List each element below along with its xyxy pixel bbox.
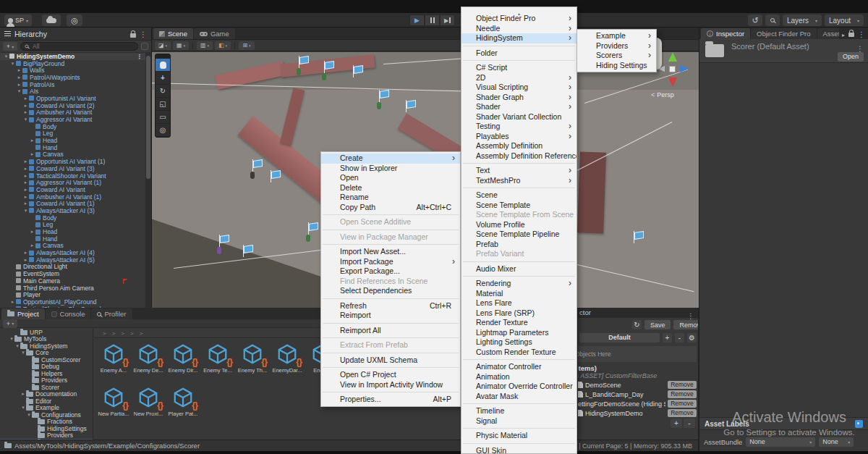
gizmo-center-cube[interactable] <box>669 66 676 72</box>
menu-item[interactable]: Rendering <box>461 279 576 289</box>
menu-item[interactable]: Animator Override Controller <box>461 382 576 392</box>
expand-arrow[interactable] <box>22 250 29 256</box>
expand-arrow[interactable] <box>14 343 20 349</box>
menu-scroll-up[interactable] <box>461 9 576 14</box>
menu-item[interactable]: Needle <box>461 24 576 34</box>
menu-item[interactable]: Shader Variant Collection <box>461 112 576 122</box>
status-path-block[interactable]: Assets/MyTools/HidingSystem/Example/Conf… <box>4 442 200 450</box>
hierarchy-item[interactable]: OpportunistAI_PlayGround <box>0 298 145 306</box>
hierarchy-item[interactable]: AlwaysAttacker AI (4) <box>0 249 145 256</box>
cloud-button[interactable] <box>42 14 61 26</box>
menu-item[interactable]: Testing <box>461 122 576 132</box>
hierarchy-item[interactable]: Canvas <box>0 243 145 250</box>
expand-arrow[interactable] <box>22 187 29 193</box>
hierarchy-item[interactable]: Coward AI Variant (1) <box>0 200 145 207</box>
effects-dropdown[interactable]: ◧▾ <box>215 41 231 50</box>
remove-button[interactable]: Remove <box>668 409 697 417</box>
tab-scene[interactable]: Scene <box>153 28 193 39</box>
kebab-icon[interactable] <box>858 28 865 40</box>
hierarchy-item[interactable]: Aggressor AI Variant <box>0 116 145 123</box>
move-tool-button[interactable]: + <box>156 72 170 85</box>
hierarchy-item[interactable]: Leg <box>0 130 145 138</box>
asset-item[interactable]: {} Enemy Te... <box>204 343 231 374</box>
menu-item[interactable]: Reimport <box>321 311 460 321</box>
hierarchy-scrollbar[interactable] <box>145 53 151 308</box>
tab-game[interactable]: Game <box>194 28 235 39</box>
search-field[interactable] <box>20 42 138 51</box>
hierarchy-item[interactable]: PatrolAIWaypoints <box>0 74 145 81</box>
menu-item[interactable]: Shader <box>461 102 576 112</box>
expand-arrow[interactable] <box>22 257 29 263</box>
rect-tool-button[interactable]: ▭ <box>156 111 170 124</box>
assetbundle-dropdown[interactable]: None ▾ <box>746 437 815 447</box>
add-button[interactable]: + <box>671 419 682 428</box>
finder-list-item[interactable]: L_BanditCamp_Day Remove <box>578 390 697 399</box>
project-tree-item[interactable]: Core <box>0 350 93 357</box>
assetbundle-variant-dropdown[interactable]: None ▾ <box>819 437 854 447</box>
hierarchy-item[interactable]: Aggressor AI Variant (1) <box>0 179 145 186</box>
hierarchy-item[interactable]: AlwaysAttacker AI (3) <box>0 207 145 214</box>
hierarchy-item[interactable]: Ambusher AI Variant <box>0 109 145 117</box>
expand-arrow[interactable] <box>26 412 32 418</box>
more-tabs-icon[interactable] <box>842 28 845 40</box>
kebab-icon[interactable] <box>140 30 147 38</box>
menu-item[interactable]: Timeline <box>461 406 576 416</box>
menu-item[interactable]: Providers <box>577 41 656 51</box>
menu-item[interactable]: Rename <box>321 193 460 203</box>
menu-item[interactable]: Folder <box>461 49 576 59</box>
pause-button[interactable] <box>425 14 440 26</box>
rotate-tool-button[interactable]: ↻ <box>156 85 170 98</box>
transform-tool-button[interactable]: ◎ <box>156 124 170 137</box>
menu-item[interactable]: Select Dependencies <box>321 286 460 296</box>
hierarchy-item[interactable]: Coward AI Variant <box>0 186 145 193</box>
hierarchy-item[interactable]: AIs <box>0 88 145 95</box>
gizmo-z-axis[interactable] <box>680 65 689 72</box>
expand-arrow[interactable] <box>29 229 35 235</box>
project-tree-item[interactable]: Fractions <box>0 419 93 426</box>
expand-arrow[interactable] <box>9 61 16 67</box>
hierarchy-item[interactable]: Coward AI Variant (2) <box>0 102 145 109</box>
asset-item[interactable]: {} New Proxi... <box>135 387 162 417</box>
layers-dropdown[interactable]: Layers ▾ <box>783 14 822 26</box>
remove-button[interactable]: Remove <box>673 320 698 329</box>
search-input[interactable] <box>31 42 134 51</box>
expand-arrow[interactable] <box>20 391 26 397</box>
finder-tab-partial[interactable]: ctor <box>579 308 591 316</box>
hierarchy-item[interactable]: Hand <box>0 144 145 151</box>
search-button[interactable] <box>765 14 780 26</box>
menu-item[interactable]: Shader Graph <box>461 93 576 103</box>
shading-mode-dropdown[interactable]: ▦▾ <box>173 41 189 50</box>
menu-item[interactable]: Physic Material <box>461 431 576 441</box>
add-gameobject-button[interactable] <box>3 42 17 51</box>
camera-settings-dropdown[interactable]: ⊞▾ <box>239 41 255 50</box>
project-tree-item[interactable]: HidingSystem <box>0 342 93 350</box>
menu-item[interactable]: HidingSystem <box>461 33 576 43</box>
hierarchy-item[interactable]: Hand <box>0 235 145 243</box>
hierarchy-item[interactable]: Body <box>0 214 145 222</box>
expand-arrow[interactable] <box>22 96 29 101</box>
hierarchy-item[interactable]: Leg <box>0 222 145 229</box>
hierarchy-item[interactable]: PatrolAIs <box>0 81 145 88</box>
hierarchy-item[interactable]: Third Person Aim Camera <box>0 285 145 292</box>
menu-item[interactable]: Copy Path Alt+Ctrl+C <box>321 203 460 213</box>
expand-arrow[interactable] <box>16 82 22 88</box>
gear-icon[interactable]: ⚙ <box>687 333 697 342</box>
menu-item[interactable]: Create <box>321 154 460 164</box>
hierarchy-item[interactable]: Walls <box>0 67 145 74</box>
menu-item[interactable]: Open <box>321 173 460 183</box>
asset-item[interactable]: {} New Partia... <box>100 387 127 417</box>
asset-item[interactable]: {} Enemy Dir... <box>169 343 197 374</box>
expand-arrow[interactable] <box>22 103 29 109</box>
menu-item[interactable]: Animator Controller <box>461 362 576 372</box>
menu-item[interactable]: View in Package Manager <box>321 232 460 243</box>
expand-arrow[interactable] <box>22 194 29 200</box>
project-tree-item[interactable]: URP <box>0 329 93 336</box>
menu-item[interactable]: Example <box>577 31 656 41</box>
hierarchy-item[interactable]: EventSystem <box>0 270 145 277</box>
project-tree-item[interactable]: Example <box>0 405 93 412</box>
create-asset-button[interactable] <box>3 319 17 328</box>
asset-item[interactable]: {} Enemy Th... <box>239 343 266 374</box>
remove-button[interactable]: Remove <box>668 390 697 398</box>
menu-item[interactable]: Export Package... <box>321 266 460 277</box>
hierarchy-item[interactable]: Ambusher AI Variant (1) <box>0 193 145 201</box>
